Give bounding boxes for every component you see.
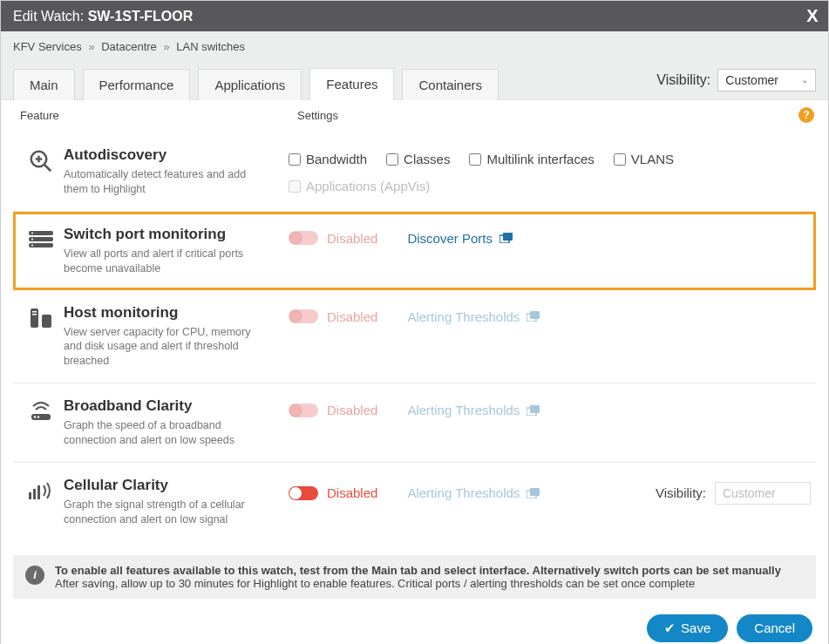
checkbox-multilink[interactable]: Multilink interfaces bbox=[469, 152, 594, 166]
feature-title: Switch port monitoring bbox=[64, 226, 271, 243]
tab-containers[interactable]: Containers bbox=[402, 69, 499, 100]
svg-rect-24 bbox=[33, 489, 36, 499]
toggle-label: Disabled bbox=[327, 485, 377, 500]
checkbox-applications: Applications (AppVis) bbox=[289, 179, 430, 193]
chevron-down-icon: ⌄ bbox=[801, 75, 808, 85]
tab-performance[interactable]: Performance bbox=[83, 69, 191, 100]
svg-line-1 bbox=[44, 165, 51, 172]
tab-main[interactable]: Main bbox=[13, 69, 75, 100]
svg-point-20 bbox=[37, 416, 39, 417]
tab-features[interactable]: Features bbox=[309, 68, 394, 100]
toggle-label: Disabled bbox=[327, 403, 377, 417]
discover-ports-link[interactable]: Discover Ports bbox=[407, 231, 513, 246]
svg-rect-13 bbox=[42, 315, 51, 328]
feature-desc: View all ports and alert if critical por… bbox=[64, 247, 271, 276]
magnifier-plus-icon bbox=[18, 146, 64, 174]
footer: ✔ Save Cancel bbox=[1, 599, 828, 644]
row-broadband: Broadband Clarity Graph the speed of a b… bbox=[13, 383, 816, 463]
visibility-label: Visibility: bbox=[656, 72, 710, 88]
router-icon bbox=[18, 397, 64, 424]
breadcrumb: KFV Services » Datacentre » LAN switches bbox=[1, 31, 828, 62]
svg-rect-27 bbox=[530, 488, 540, 496]
row-host: Host monitoring View server capacity for… bbox=[13, 290, 816, 384]
svg-rect-15 bbox=[32, 314, 37, 315]
row-switch-port: Switch port monitoring View all ports an… bbox=[13, 212, 816, 290]
svg-rect-11 bbox=[503, 233, 513, 241]
popup-icon bbox=[527, 488, 540, 498]
breadcrumb-item[interactable]: LAN switches bbox=[176, 40, 245, 53]
breadcrumb-item[interactable]: Datacentre bbox=[101, 40, 157, 53]
info-icon: i bbox=[25, 566, 44, 585]
tabbar: Main Performance Applications Features C… bbox=[1, 62, 828, 100]
svg-rect-22 bbox=[530, 405, 540, 413]
feature-title: Host monitoring bbox=[64, 304, 271, 322]
toggle-broadband[interactable] bbox=[289, 403, 318, 417]
help-icon[interactable]: ? bbox=[798, 107, 814, 123]
alerting-thresholds-link: Alerting Thresholds bbox=[407, 485, 540, 500]
cancel-button[interactable]: Cancel bbox=[737, 614, 812, 642]
columns-header: Feature Settings ? bbox=[1, 100, 828, 132]
titlebar: Edit Watch: SW-1ST-FLOOR X bbox=[1, 1, 828, 31]
tab-applications[interactable]: Applications bbox=[198, 69, 302, 100]
toggle-label: Disabled bbox=[327, 309, 377, 324]
title-prefix: Edit Watch: bbox=[13, 9, 88, 24]
svg-point-7 bbox=[31, 232, 33, 234]
info-line-1: To enable all features available to this… bbox=[55, 564, 781, 577]
column-feature: Feature bbox=[20, 109, 297, 122]
info-bar: i To enable all features available to th… bbox=[13, 555, 816, 599]
svg-rect-17 bbox=[530, 311, 540, 319]
column-settings: Settings bbox=[297, 109, 816, 122]
popup-icon bbox=[499, 233, 513, 243]
feature-title: Broadband Clarity bbox=[64, 397, 271, 415]
info-line-2: After saving, allow up to 30 minutes for… bbox=[55, 577, 781, 590]
alerting-thresholds-link: Alerting Thresholds bbox=[407, 403, 540, 417]
breadcrumb-separator: » bbox=[88, 40, 94, 53]
feature-desc: Graph the signal strength of a cellular … bbox=[64, 498, 271, 527]
popup-icon bbox=[527, 405, 540, 416]
feature-title: Cellular Clarity bbox=[64, 477, 271, 494]
close-button[interactable]: X bbox=[797, 6, 828, 26]
svg-rect-14 bbox=[32, 311, 37, 313]
popup-icon bbox=[527, 311, 540, 322]
breadcrumb-separator: » bbox=[163, 40, 169, 53]
checkbox-vlans[interactable]: VLANS bbox=[614, 152, 674, 166]
alerting-thresholds-link: Alerting Thresholds bbox=[407, 309, 540, 324]
toggle-cellular[interactable] bbox=[289, 486, 318, 500]
edit-watch-window: Edit Watch: SW-1ST-FLOOR X KFV Services … bbox=[0, 0, 829, 644]
svg-rect-23 bbox=[29, 492, 31, 499]
toggle-switch-port[interactable] bbox=[289, 231, 318, 245]
row-cellular: Cellular Clarity Graph the signal streng… bbox=[13, 463, 816, 541]
row-autodiscovery: Autodiscovery Automatically detect featu… bbox=[13, 132, 816, 212]
feature-title: Autodiscovery bbox=[64, 146, 271, 164]
row-visibility-label: Visibility: bbox=[656, 485, 706, 500]
svg-point-9 bbox=[31, 244, 33, 246]
checkbox-classes[interactable]: Classes bbox=[386, 152, 450, 166]
toggle-label: Disabled bbox=[327, 231, 377, 246]
title-watch: SW-1ST-FLOOR bbox=[88, 9, 194, 24]
check-icon: ✔ bbox=[664, 620, 676, 636]
feature-desc: View server capacity for CPU, memory and… bbox=[64, 325, 271, 369]
svg-rect-25 bbox=[37, 485, 40, 499]
checkbox-bandwidth[interactable]: Bandwidth bbox=[289, 152, 367, 166]
switch-icon bbox=[18, 226, 64, 252]
cellular-icon bbox=[18, 477, 64, 503]
save-button[interactable]: ✔ Save bbox=[647, 614, 728, 642]
svg-point-19 bbox=[34, 416, 36, 417]
toggle-host[interactable] bbox=[289, 309, 318, 323]
feature-desc: Automatically detect features and add th… bbox=[64, 167, 271, 197]
visibility-select[interactable]: Customer ⌄ bbox=[717, 69, 816, 92]
feature-desc: Graph the speed of a broadband connectio… bbox=[64, 418, 271, 448]
server-icon bbox=[18, 304, 64, 330]
row-visibility-select[interactable]: Customer bbox=[715, 482, 811, 505]
svg-point-8 bbox=[31, 238, 33, 240]
breadcrumb-item[interactable]: KFV Services bbox=[13, 40, 82, 53]
